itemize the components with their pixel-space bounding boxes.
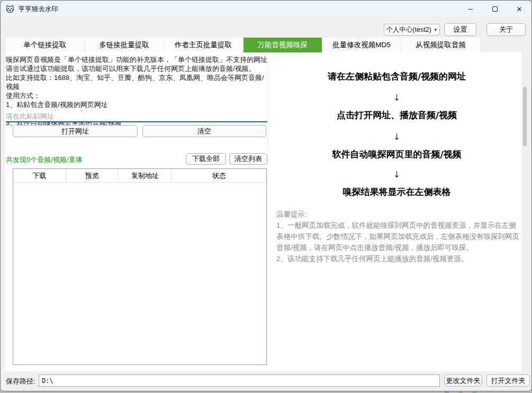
tab-extract-audio-from-video[interactable]: 从视频提取音频 — [402, 38, 480, 52]
description-line: 1、粘贴包含音频/视频的网页网址 — [6, 100, 267, 109]
description-line: 使用方式： — [6, 91, 267, 100]
open-url-button[interactable]: 打开网址 — [13, 125, 138, 137]
url-input[interactable] — [6, 111, 267, 122]
tips-line: 2、该功能支持下载几乎任何网页上能播放的音频/视频资源。 — [276, 253, 521, 264]
step-1-text: 请在左侧粘贴包含音频/视频的网址 — [268, 70, 526, 83]
maximize-button[interactable] — [483, 1, 507, 17]
bottom-bar: 保存路径: 更改文件夹 打开文件夹 — [1, 371, 532, 391]
close-icon: ✕ — [517, 5, 522, 13]
description-line: 嗅探网页音视频是「单个链接提取」功能的补充版本，「单个链接提取」不支持的网址请尝… — [6, 55, 267, 73]
step-3-text: 软件自动嗅探网页里的音频/视频 — [268, 148, 526, 160]
open-folder-button[interactable]: 打开文件夹 — [486, 374, 530, 387]
scrollbar-thumb[interactable] — [523, 87, 527, 146]
window-title: 亨亨猫去水印 — [19, 5, 58, 14]
table-header-preview: 预览 — [66, 169, 119, 182]
sniff-results-table: 下载 预览 复制地址 状态 — [13, 168, 267, 365]
table-header-download: 下载 — [13, 169, 66, 182]
down-arrow-icon: ↓ — [268, 169, 526, 180]
minimize-button[interactable]: ─ — [458, 1, 483, 17]
settings-button[interactable]: 设置 — [444, 23, 476, 36]
tips-block: 温馨提示: 1、一般网页加载完成，软件就能嗅探到网页中的音视频资源，并显示在左侧… — [276, 209, 521, 264]
close-button[interactable]: ✕ — [507, 1, 531, 17]
about-button[interactable]: 关于 — [486, 23, 526, 36]
clear-list-button[interactable]: 清空列表 — [229, 153, 267, 165]
tab-bar: 单个链接提取 多链接批量提取 作者主页批量提取 万能音视频嗅探 批量修改视频MD… — [6, 38, 481, 52]
account-label: 个人中心(test2) — [386, 25, 431, 34]
save-path-input[interactable] — [39, 374, 440, 387]
title-bar: 🐱 亨亨猫去水印 ─ ✕ — [1, 1, 531, 17]
found-count-text: 共发现0个音频/视频/直播 — [6, 155, 82, 165]
download-all-button[interactable]: 下载全部 — [186, 153, 226, 165]
account-dropdown[interactable]: 个人中心(test2) ▼ — [384, 24, 440, 35]
instructions-panel: 请在左侧粘贴包含音频/视频的网址 ↓ 点击打开网址、播放音频/视频 ↓ 软件自动… — [268, 52, 526, 371]
down-arrow-icon: ↓ — [268, 132, 526, 142]
tab-batch-modify-video-md5[interactable]: 批量修改视频MD5 — [322, 38, 401, 52]
scrollbar[interactable] — [521, 52, 528, 371]
tab-universal-av-sniffer[interactable]: 万能音视频嗅探 — [244, 38, 322, 52]
clear-url-button[interactable]: 清空 — [142, 125, 266, 137]
maximize-icon — [492, 6, 498, 12]
table-header-row: 下载 预览 复制地址 状态 — [13, 169, 266, 183]
main-content: 嗅探网页音视频是「单个链接提取」功能的补充版本，「单个链接提取」不支持的网址请尝… — [5, 52, 526, 371]
tab-multi-link-batch-extract[interactable]: 多链接批量提取 — [85, 38, 164, 52]
save-path-label: 保存路径: — [6, 377, 35, 386]
caret-down-icon: ▼ — [434, 28, 438, 32]
description-line: 比如支持提取：1688、淘宝、知乎、豆瓣、酷狗、京东、凤凰网、唯品会等网页音频/… — [6, 73, 267, 91]
table-header-status: 状态 — [172, 169, 266, 182]
step-2-text: 点击打开网址、播放音频/视频 — [268, 109, 526, 121]
app-window: 🐱 亨亨猫去水印 ─ ✕ 个人中心(test2) ▼ 设置 关于 单个链接提取 … — [0, 0, 532, 391]
step-4-text: 嗅探结果将显示在左侧表格 — [268, 186, 526, 198]
tab-author-homepage-batch-extract[interactable]: 作者主页批量提取 — [164, 38, 242, 52]
down-arrow-icon: ↓ — [268, 93, 526, 103]
change-folder-button[interactable]: 更改文件夹 — [444, 374, 482, 387]
app-cat-icon: 🐱 — [6, 5, 14, 13]
tips-title: 温馨提示: — [276, 209, 521, 220]
tab-single-link-extract[interactable]: 单个链接提取 — [6, 38, 84, 52]
tips-line: 1、一般网页加载完成，软件就能嗅探到网页中的音视频资源，并显示在左侧表格中供下载… — [276, 220, 521, 253]
minimize-icon: ─ — [468, 5, 473, 13]
table-header-copy-url: 复制地址 — [119, 169, 172, 182]
window-controls: ─ ✕ — [458, 1, 531, 17]
